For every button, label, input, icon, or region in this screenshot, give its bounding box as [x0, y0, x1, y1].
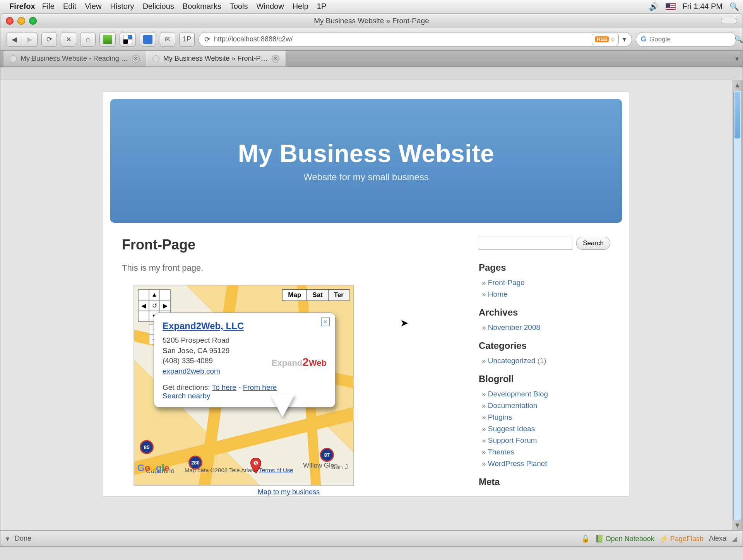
resize-grip-icon[interactable]: ◢ [732, 534, 737, 543]
map-type-ter[interactable]: Ter [329, 289, 349, 301]
reload-button[interactable]: ⟳ [41, 32, 57, 47]
delicious-button[interactable] [120, 32, 136, 47]
menu-bookmarks[interactable]: Bookmarks [183, 2, 221, 11]
scroll-down-icon[interactable]: ▼ [732, 520, 743, 530]
directions-to-here-link[interactable]: To here [212, 383, 236, 391]
sidebar-link-blogroll[interactable]: Documentation [482, 400, 610, 411]
sidebar-link-category[interactable]: Uncategorized (1) [482, 355, 610, 367]
tab-strip: My Business Website - Reading … ✕ My Bus… [0, 51, 743, 67]
tab-overflow-icon[interactable]: ▾ [731, 51, 743, 67]
menu-window[interactable]: Window [257, 2, 284, 11]
site-identity-icon[interactable]: ⟳ [204, 35, 210, 44]
map-caption-link[interactable]: Map to my business [122, 488, 455, 496]
search-engine-icon[interactable]: G [641, 35, 646, 43]
favicon-icon [152, 55, 159, 62]
business-website-link[interactable]: expand2web.com [163, 367, 220, 375]
volume-icon[interactable]: 🔊 [649, 2, 659, 11]
pageflash-indicator[interactable]: ⚡ PageFlash [660, 534, 704, 543]
sidebar-link-home[interactable]: Home [482, 289, 610, 300]
content-viewport: My Business Website Website for my small… [0, 80, 743, 530]
menu-1password[interactable]: 1P [317, 2, 326, 11]
rss-button[interactable]: RSS [595, 36, 609, 42]
pan-reset-button[interactable]: ↺ [149, 300, 160, 311]
sidebar-link-blogroll[interactable]: Plugins [482, 411, 610, 423]
terms-link[interactable]: Terms of Use [259, 467, 293, 473]
search-nearby-link[interactable]: Search nearby [163, 392, 211, 400]
forward-button[interactable]: ▶ [22, 32, 38, 47]
map-attribution: Map data ©2008 Tele Atlas - Terms of Use [185, 467, 293, 473]
menubar-clock[interactable]: Fri 1:44 PM [683, 2, 722, 11]
url-bar[interactable]: ⟳ RSS ☆ ▾ [199, 32, 632, 47]
post-body: This is my front page. [122, 263, 455, 273]
google-map[interactable]: 85 280 87 Cupertino San J Willow Glen ▲ … [134, 285, 354, 486]
flag-icon[interactable] [666, 3, 676, 10]
status-menu-icon[interactable]: ▾ [6, 534, 9, 543]
url-dropdown-icon[interactable]: ▾ [623, 35, 626, 44]
nav-buttons: ◀ ▶ [7, 32, 38, 47]
tab-1[interactable]: My Business Website » Front-P… ✕ [146, 51, 286, 67]
menu-tools[interactable]: Tools [230, 2, 248, 11]
sidebar-heading-archives: Archives [479, 307, 610, 318]
menu-help[interactable]: Help [293, 2, 308, 11]
scroll-track[interactable] [733, 90, 741, 520]
alexa-indicator[interactable]: Alexa [709, 534, 726, 543]
menu-view[interactable]: View [85, 2, 101, 11]
directions-row: Get directions: To here - From here Sear… [163, 383, 327, 400]
interstate-shield-icon: 85 [140, 440, 154, 454]
favicon-icon [10, 55, 17, 62]
search-go-icon[interactable]: 🔍 [734, 35, 743, 44]
map-type-sat[interactable]: Sat [307, 289, 328, 301]
sidebar-toggle-button[interactable] [140, 32, 156, 47]
menu-file[interactable]: File [42, 2, 55, 11]
page-scroll[interactable]: My Business Website Website for my small… [0, 80, 732, 530]
sidebar-link-blogroll[interactable]: Support Forum [482, 435, 610, 446]
spotlight-icon[interactable]: 🔍 [729, 2, 739, 11]
bookmark-star-icon[interactable]: ☆ [610, 36, 615, 43]
sidebar-link-blogroll[interactable]: Development Blog [482, 388, 610, 400]
menu-delicious[interactable]: Delicious [143, 2, 174, 11]
browser-search-input[interactable] [649, 36, 731, 43]
site-title[interactable]: My Business Website [238, 139, 495, 168]
menu-history[interactable]: History [110, 2, 134, 11]
onepassword-button[interactable]: 1P [179, 32, 195, 47]
mail-button[interactable]: ✉ [160, 32, 175, 47]
browser-toolbar: ◀ ▶ ⟳ ✕ ⌂ ✉ 1P ⟳ RSS ☆ ▾ G [0, 28, 743, 51]
map-type-map[interactable]: Map [282, 289, 307, 301]
scroll-up-icon[interactable]: ▲ [732, 80, 743, 90]
sidebar-link-blogroll[interactable]: Themes [482, 446, 610, 458]
directions-from-here-link[interactable]: From here [243, 383, 277, 391]
pan-up-button[interactable]: ▲ [149, 289, 160, 300]
tab-0[interactable]: My Business Website - Reading … ✕ [3, 51, 146, 67]
sidebar-heading-blogroll: Blogroll [479, 374, 610, 384]
sidebar-heading-pages: Pages [479, 262, 610, 273]
tab-close-icon[interactable]: ✕ [272, 55, 279, 63]
open-notebook-button[interactable]: 📗 Open Notebook [595, 534, 654, 543]
vertical-scrollbar[interactable]: ▲ ▼ [732, 80, 743, 530]
sidebar-search-button[interactable]: Search [576, 237, 610, 250]
home-button[interactable]: ⌂ [80, 32, 96, 47]
scroll-thumb[interactable] [734, 92, 740, 138]
sidebar-heading-meta: Meta [479, 476, 610, 487]
pan-left-button[interactable]: ◀ [138, 300, 149, 311]
post-title: Front-Page [122, 237, 455, 253]
menu-edit[interactable]: Edit [63, 2, 76, 11]
window-titlebar[interactable]: My Business Website » Front-Page [0, 14, 743, 28]
business-name-link[interactable]: Expand2Web, LLC [163, 321, 327, 331]
stop-button[interactable]: ✕ [61, 32, 76, 47]
browser-search-box[interactable]: G 🔍 [636, 32, 736, 47]
sidebar-link-archive[interactable]: November 2008 [482, 322, 610, 333]
status-secure-icon[interactable]: 🔓 [581, 534, 590, 543]
app-name[interactable]: Firefox [9, 2, 35, 11]
sidebar-link-blogroll[interactable]: WordPress Planet [482, 458, 610, 470]
sidebar-link-blogroll[interactable]: Suggest Ideas [482, 423, 610, 435]
url-input[interactable] [214, 35, 588, 43]
sidebar-link-front-page[interactable]: Front-Page [482, 277, 610, 289]
sidebar-search-input[interactable] [479, 237, 572, 250]
back-button[interactable]: ◀ [7, 32, 22, 47]
city-label: Willow Glen [303, 462, 338, 470]
highway-shield-icon: 87 [320, 448, 334, 462]
bubble-close-icon[interactable]: ✕ [321, 318, 330, 326]
stumbleupon-button[interactable] [99, 32, 116, 47]
pan-right-button[interactable]: ▶ [160, 300, 171, 311]
tab-close-icon[interactable]: ✕ [132, 55, 140, 63]
